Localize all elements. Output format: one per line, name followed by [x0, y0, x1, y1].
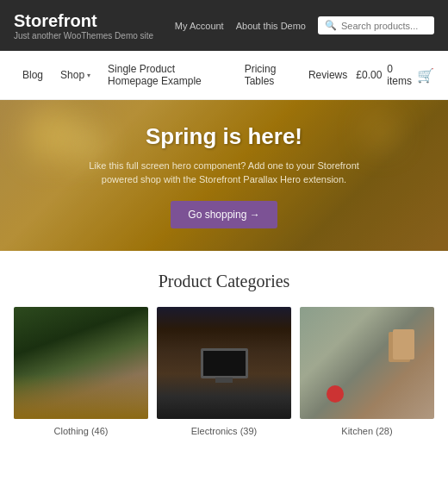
- site-title: Storefront: [14, 10, 153, 31]
- nav-blog[interactable]: Blog: [14, 57, 52, 93]
- nav-shop[interactable]: Shop ▾: [52, 57, 99, 93]
- cart-amount: £0.00: [356, 69, 382, 81]
- brand: Storefront Just another WooThemes Demo s…: [14, 10, 153, 41]
- hero-title: Spring is here!: [78, 123, 370, 150]
- tv-screen: [201, 348, 248, 378]
- category-kitchen-image: [300, 307, 434, 419]
- nav-pricing[interactable]: Pricing Tables: [236, 51, 300, 99]
- hero-description: Like this full screen hero component? Ad…: [78, 159, 370, 187]
- go-shopping-button[interactable]: Go shopping →: [171, 201, 277, 228]
- hero-section: Spring is here! Like this full screen he…: [0, 100, 448, 251]
- categories-section: Product Categories Clothing (46) Electro…: [0, 251, 448, 450]
- category-electronics-label: Electronics (39): [191, 426, 257, 436]
- site-header: Storefront Just another WooThemes Demo s…: [0, 0, 448, 51]
- cart-items-count: 0 items: [387, 63, 412, 87]
- category-kitchen-label: Kitchen (28): [341, 426, 392, 436]
- category-clothing[interactable]: Clothing (46): [14, 307, 148, 436]
- my-account-link[interactable]: My Account: [175, 21, 224, 31]
- navbar-links: Blog Shop ▾ Single Product Homepage Exam…: [14, 51, 356, 99]
- search-box: 🔍: [318, 16, 434, 34]
- main-navbar: Blog Shop ▾ Single Product Homepage Exam…: [0, 51, 448, 100]
- about-demo-link[interactable]: About this Demo: [236, 21, 306, 31]
- category-kitchen[interactable]: Kitchen (28): [300, 307, 434, 436]
- tv-illustration: [201, 348, 248, 378]
- category-clothing-label: Clothing (46): [54, 426, 109, 436]
- chevron-down-icon: ▾: [87, 72, 90, 79]
- categories-grid: Clothing (46) Electronics (39) Kitchen (…: [14, 307, 434, 436]
- cart-summary[interactable]: £0.00 0 items 🛒: [356, 63, 434, 87]
- categories-title: Product Categories: [14, 272, 434, 291]
- category-electronics-image: [157, 307, 291, 419]
- header-nav: My Account About this Demo 🔍: [175, 16, 434, 34]
- search-input[interactable]: [341, 21, 427, 31]
- search-icon: 🔍: [325, 20, 337, 31]
- category-clothing-image: [14, 307, 148, 419]
- site-tagline: Just another WooThemes Demo site: [14, 31, 153, 41]
- hero-content: Spring is here! Like this full screen he…: [43, 123, 405, 228]
- category-electronics[interactable]: Electronics (39): [157, 307, 291, 436]
- tv-stand: [215, 378, 233, 383]
- nav-single-product[interactable]: Single Product Homepage Example: [99, 51, 236, 99]
- nav-reviews[interactable]: Reviews: [300, 57, 356, 93]
- cart-icon: 🛒: [417, 67, 434, 84]
